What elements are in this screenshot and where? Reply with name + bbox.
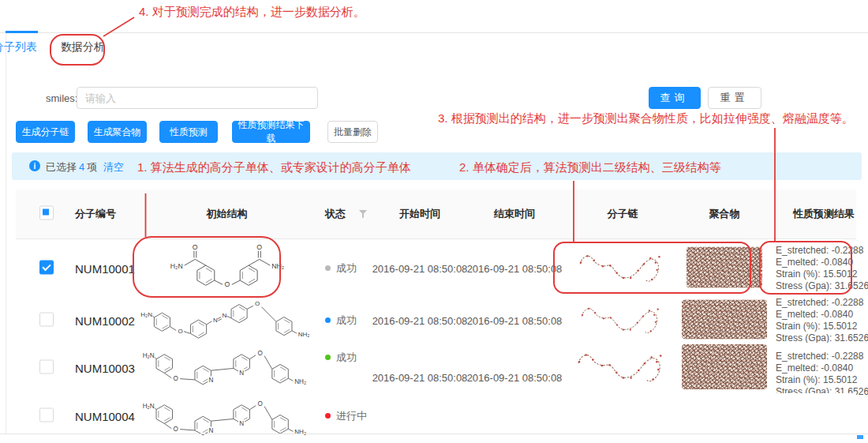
row-checkbox[interactable] <box>39 313 54 327</box>
result-line: E_melted: -0.0840 <box>776 362 868 374</box>
polymer-image <box>680 247 769 291</box>
reset-button[interactable]: 重置 <box>708 87 761 109</box>
smiles-input[interactable] <box>77 87 318 109</box>
molecule-structure <box>138 345 316 391</box>
polymer-image <box>680 300 769 342</box>
smiles-label: smiles: <box>46 92 77 104</box>
table-row: NUM10001 成功 2016-09-21 08:50:08 2016-09-… <box>16 238 856 299</box>
annotation-3: 3. 根据预测出的结构，进一步预测出聚合物性质，比如拉伸强度、熔融温度等。 <box>438 111 854 126</box>
molecule-structure <box>138 396 316 441</box>
batch-delete-button[interactable]: 批量删除 <box>327 121 378 143</box>
tab-data-analysis[interactable]: 数据分析 <box>61 40 105 54</box>
header-start-time: 开始时间 <box>369 207 470 221</box>
page: 4. 对于预测完成的结构，进一步数据分析。 3. 根据预测出的结构，进一步预测出… <box>0 0 868 443</box>
prediction-results: E_stretched: -0.2288 E_melted: -0.0840 S… <box>776 351 868 398</box>
result-line: Stress (Gpa): 31.6526 <box>776 280 868 292</box>
start-time: 2016-09-21 08:50:08 <box>369 371 470 383</box>
status-badge: 成功 <box>325 351 357 365</box>
header-status: 状态 <box>325 207 346 221</box>
row-checkbox[interactable] <box>39 261 54 275</box>
status-label: 成功 <box>336 262 357 274</box>
table-row: NUM10003 成功 2016-09-21 08:50:08 2016-09-… <box>16 343 856 394</box>
molecule-chain-image <box>568 347 677 389</box>
status-dot <box>325 317 331 323</box>
selection-count: 4 <box>77 161 87 173</box>
selection-suffix: 项 <box>87 161 97 173</box>
molecule-structure <box>138 242 316 295</box>
annotation-4: 4. 对于预测完成的结构，进一步数据分析。 <box>139 5 365 20</box>
result-line: E_melted: -0.0840 <box>776 309 868 321</box>
status-label: 成功 <box>336 314 357 326</box>
row-checkbox[interactable] <box>39 360 54 374</box>
scrollbar-corner <box>857 435 863 439</box>
status-label: 进行中 <box>336 410 367 422</box>
molecule-id: NUM10002 <box>75 314 135 328</box>
download-results-button[interactable]: 性质预测结果下载 <box>232 121 310 143</box>
table-row: NUM10004 进行中 <box>16 393 856 443</box>
header-structure: 初始结构 <box>138 207 316 221</box>
result-line: E_melted: -0.0840 <box>776 257 868 268</box>
header-results: 性质预测结果 <box>793 207 855 221</box>
polymer-image <box>680 344 769 392</box>
molecule-chain-image <box>568 301 677 340</box>
header-polymer: 聚合物 <box>680 207 769 221</box>
property-predict-button[interactable]: 性质预测 <box>159 121 218 143</box>
status-dot <box>325 265 331 271</box>
annotation-1: 1. 算法生成的高分子单体、或专家设计的高分子单体 <box>137 160 411 175</box>
result-line: Strain (%): 15.5012 <box>776 321 868 332</box>
info-icon <box>29 160 40 171</box>
result-line: E_stretched: -0.2288 <box>776 297 868 309</box>
header-molecule-id: 分子编号 <box>75 207 116 221</box>
start-time: 2016-09-21 08:50:08 <box>369 315 470 327</box>
generate-chain-button[interactable]: 生成分子链 <box>16 121 75 143</box>
molecule-id: NUM10003 <box>75 362 135 375</box>
annotation-2: 2. 单体确定后，算法预测出二级结构、三级结构等 <box>459 160 721 175</box>
row-checkbox[interactable] <box>39 408 54 422</box>
generate-polymer-button[interactable]: 生成聚合物 <box>88 121 147 143</box>
status-label: 成功 <box>336 351 357 363</box>
status-badge: 成功 <box>325 313 357 328</box>
prediction-results: E_stretched: -0.2288 E_melted: -0.0840 S… <box>776 245 868 292</box>
active-tab-indicator <box>6 31 38 33</box>
status-dot <box>325 413 331 419</box>
end-time: 2016-09-21 08:50:08 <box>464 263 565 275</box>
end-time: 2016-09-21 08:50:08 <box>464 315 565 327</box>
header-chain: 分子链 <box>568 207 677 221</box>
table-row: NUM10002 成功 2016-09-21 08:50:08 2016-09-… <box>16 298 856 344</box>
clear-selection-link[interactable]: 清空 <box>103 160 124 175</box>
left-border <box>6 32 6 434</box>
result-line: E_stretched: -0.2288 <box>776 351 868 362</box>
filter-icon[interactable] <box>358 209 368 219</box>
molecule-id: NUM10001 <box>75 262 135 276</box>
status-badge: 进行中 <box>325 409 367 423</box>
page-bottom-divider <box>0 434 868 434</box>
molecule-chain-image <box>568 248 677 289</box>
status-dot <box>325 355 331 360</box>
molecule-id: NUM10004 <box>75 410 135 423</box>
result-line: Strain (%): 15.5012 <box>776 268 868 280</box>
result-line: E_stretched: -0.2288 <box>776 245 868 257</box>
header-end-time: 结束时间 <box>464 207 565 221</box>
query-button[interactable]: 查询 <box>649 87 701 109</box>
result-line: Strain (%): 15.5012 <box>776 374 868 386</box>
molecule-structure <box>138 298 316 344</box>
table-header: 分子编号 初始结构 状态 开始时间 结束时间 分子链 聚合物 性质预测结果 <box>16 190 856 239</box>
tab-molecule-list[interactable]: 分子列表 <box>0 40 37 54</box>
prediction-results: E_stretched: -0.2288 E_melted: -0.0840 S… <box>776 297 868 344</box>
status-badge: 成功 <box>325 261 357 276</box>
end-time: 2016-09-21 08:50:08 <box>464 371 565 383</box>
selection-prefix: 已选择 <box>46 161 77 173</box>
start-time: 2016-09-21 08:50:08 <box>369 263 470 275</box>
tab-bar-divider <box>0 32 868 33</box>
selection-text: 已选择4项 <box>46 160 97 175</box>
select-all-checkbox[interactable] <box>39 206 54 220</box>
